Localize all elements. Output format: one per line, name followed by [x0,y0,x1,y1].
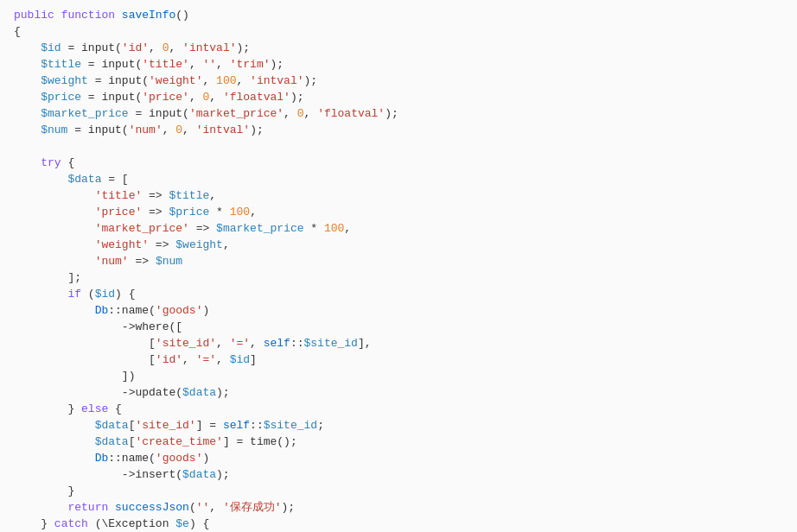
code-line-23: ]) [14,368,783,384]
code-line-4: $title = input('title', '', 'trim'); [14,56,783,73]
code-line-31: return successJson('', '保存成功'); [14,499,783,516]
code-line-21: ['site_id', '=', self::$site_id], [14,335,783,352]
code-line-14: 'market_price' => $market_price * 100, [14,220,783,237]
code-line-15: 'weight' => $weight, [14,237,783,253]
code-line-6: $price = input('price', 0, 'floatval'); [14,89,783,105]
code-line-32: } catch (\Exception $e) { [14,516,783,532]
code-line-18: if ($id) { [14,286,783,302]
code-line-8: $num = input('num', 0, 'intval'); [14,122,783,138]
code-line-10: try { [14,155,783,171]
code-line-20: ->where([ [14,319,783,335]
code-line-17: ]; [14,269,783,286]
code-line-29: ->insert($data); [14,466,783,483]
code-line-16: 'num' => $num [14,253,783,269]
code-line-3: $id = input('id', 0, 'intval'); [14,40,783,56]
code-line-11: $data = [ [14,171,783,187]
code-line-2: { [14,23,783,40]
code-line-24: ->update($data); [14,384,783,401]
code-line-5: $weight = input('weight', 100, 'intval')… [14,73,783,89]
code-line-19: Db::name('goods') [14,302,783,319]
code-line-7: $market_price = input('market_price', 0,… [14,105,783,122]
code-line-30: } [14,483,783,499]
code-line-12: 'title' => $title, [14,187,783,204]
code-line-28: Db::name('goods') [14,450,783,466]
code-line-25: } else { [14,401,783,417]
code-line-1: public function saveInfo() [14,7,783,23]
code-container: public function saveInfo() { $id = input… [0,0,797,532]
code-line-27: $data['create_time'] = time(); [14,434,783,450]
code-line-9 [14,138,783,155]
code-line-13: 'price' => $price * 100, [14,204,783,220]
code-line-26: $data['site_id'] = self::$site_id; [14,417,783,434]
code-line-22: ['id', '=', $id] [14,352,783,368]
